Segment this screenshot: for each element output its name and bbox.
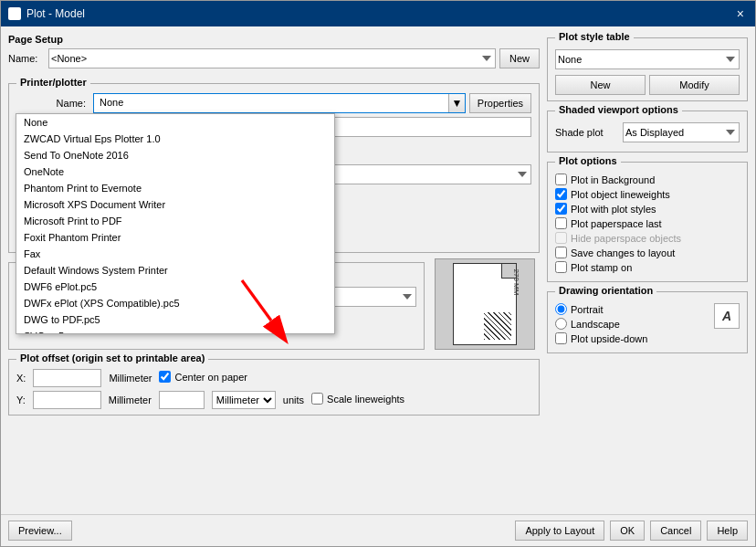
titlebar: Plot - Model ×	[1, 1, 755, 26]
apply-to-layout-button[interactable]: Apply to Layout	[515, 521, 604, 541]
page-setup-name-select[interactable]: <None>	[48, 48, 496, 68]
plot-lineweights-label: Plot object lineweights	[571, 189, 670, 200]
hide-paperspace-row: Hide paperspace objects	[555, 232, 740, 244]
preview-area: 279 MM 216 MM	[435, 258, 535, 350]
center-on-paper-checkbox[interactable]	[159, 371, 171, 383]
dropdown-item-1[interactable]: ZWCAD Virtual Eps Plotter 1.0	[16, 131, 334, 147]
units-label: units	[283, 394, 304, 405]
help-button[interactable]: Help	[707, 521, 748, 541]
plot-with-styles-checkbox[interactable]	[555, 203, 567, 215]
orientation-controls: Portrait Landscape Plot upside-down A	[555, 303, 740, 347]
plot-offset-group: Plot offset (origin set to printable are…	[8, 359, 540, 416]
preview-button[interactable]: Preview...	[8, 521, 72, 541]
plot-stamp-label: Plot stamp on	[571, 262, 632, 273]
printer-plotter-section: Printer/plotter Name: None ▼ None ZWCAD …	[8, 83, 540, 253]
main-content: Page Setup Name: <None> New Printer/plot…	[1, 26, 755, 514]
shade-plot-row: Shade plot As Displayed	[555, 122, 740, 142]
plot-offset-title: Plot offset (origin set to printable are…	[16, 352, 208, 363]
hide-paperspace-checkbox	[555, 232, 567, 244]
plot-background-row: Plot in Background	[555, 174, 740, 185]
landscape-row: Landscape	[555, 318, 647, 330]
page-setup-new-button[interactable]: New	[499, 48, 540, 68]
plot-background-label: Plot in Background	[571, 174, 655, 185]
plot-upside-down-row: Plot upside-down	[555, 332, 647, 344]
dropdown-item-5[interactable]: Microsoft XPS Document Writer	[16, 196, 334, 213]
dropdown-item-10[interactable]: DWF6 ePlot.pc5	[16, 279, 334, 295]
page-setup-section: Page Setup Name: <None> New	[8, 34, 540, 74]
dropdown-item-9[interactable]: Default Windows System Printer	[16, 262, 334, 279]
dropdown-item-13[interactable]: SVG.pc5	[16, 328, 334, 333]
y-input[interactable]: 81.449333	[33, 391, 101, 409]
y-label: Y:	[16, 394, 26, 405]
plot-paperspace-last-checkbox[interactable]	[555, 217, 567, 229]
plot-background-checkbox[interactable]	[555, 174, 567, 185]
cancel-button[interactable]: Cancel	[650, 521, 701, 541]
dropdown-scroll-list[interactable]: None ZWCAD Virtual Eps Plotter 1.0 Send …	[16, 114, 334, 333]
plot-stamp-checkbox[interactable]	[555, 261, 567, 273]
preview-area-container: 279 MM 216 MM	[430, 258, 540, 350]
save-changes-checkbox[interactable]	[555, 247, 567, 258]
dropdown-item-8[interactable]: Fax	[16, 246, 334, 262]
dropdown-item-11[interactable]: DWFx ePlot (XPS Compatible).pc5	[16, 295, 334, 311]
printer-dropdown-arrow[interactable]: ▼	[448, 94, 465, 112]
x-unit-label: Millimeter	[109, 373, 152, 384]
bottom-bar: Preview... Apply to Layout OK Cancel Hel…	[1, 514, 755, 546]
landscape-radio[interactable]	[555, 318, 567, 330]
preview-side-mm: 279 MM	[512, 269, 520, 296]
page-setup-row: Name: <None> New	[8, 48, 540, 68]
preview-top-mm: 216 MM	[457, 258, 484, 260]
center-on-paper-label: Center on paper	[174, 372, 247, 383]
portrait-radio[interactable]	[555, 303, 567, 315]
printer-name-label: Name:	[16, 98, 89, 109]
page-setup-label: Page Setup	[8, 34, 540, 45]
drawing-orientation-title: Drawing orientation	[555, 285, 656, 296]
plot-style-select[interactable]: None	[555, 49, 740, 69]
printer-dropdown-list: None ZWCAD Virtual Eps Plotter 1.0 Send …	[16, 113, 335, 334]
preview-paper: 279 MM 216 MM	[453, 263, 517, 345]
scale-lineweights-label: Scale lineweights	[327, 394, 404, 405]
window-icon	[8, 7, 21, 20]
plot-lineweights-row: Plot object lineweights	[555, 188, 740, 200]
dropdown-item-0[interactable]: None	[16, 114, 334, 131]
dropdown-item-4[interactable]: Phantom Print to Evernote	[16, 180, 334, 196]
shaded-viewport-title: Shaded viewport options	[555, 104, 682, 115]
ok-button[interactable]: OK	[610, 521, 645, 541]
portrait-row: Portrait	[555, 303, 647, 315]
save-changes-row: Save changes to layout	[555, 247, 740, 258]
dropdown-item-3[interactable]: OneNote	[16, 163, 334, 180]
preview-content	[453, 263, 517, 345]
plot-style-new-button[interactable]: New	[555, 75, 646, 95]
x-input[interactable]: 0.000000	[33, 369, 101, 387]
units-select[interactable]: Millimeter	[212, 391, 276, 409]
plot-style-table-title: Plot style table	[555, 31, 634, 42]
y-unit-label: Millimeter	[109, 394, 152, 405]
properties-button[interactable]: Properties	[469, 93, 531, 113]
printer-selected-text: None	[94, 94, 448, 112]
plot-style-modify-button[interactable]: Modify	[649, 75, 740, 95]
printer-dropdown-container: None ▼ None ZWCAD Virtual Eps Plotter 1.…	[93, 93, 466, 113]
plot-options-title: Plot options	[555, 155, 621, 166]
plot-upside-down-checkbox[interactable]	[555, 332, 567, 344]
center-on-paper-row: Center on paper	[159, 371, 247, 383]
dropdown-item-2[interactable]: Send To OneNote 2016	[16, 147, 334, 163]
printer-select-display[interactable]: None ▼	[93, 93, 466, 113]
printer-name-row: Name: None ▼ None ZWCAD Virtual Eps Plot…	[16, 93, 531, 113]
scale-value-input[interactable]: 4.899	[159, 391, 205, 409]
dropdown-item-7[interactable]: Foxit Phantom Printer	[16, 229, 334, 246]
scale-lineweights-checkbox[interactable]	[311, 393, 323, 405]
ps-name-label: Name:	[8, 53, 45, 64]
dropdown-item-6[interactable]: Microsoft Print to PDF	[16, 213, 334, 229]
close-button[interactable]: ×	[733, 6, 748, 21]
orientation-radios: Portrait Landscape Plot upside-down	[555, 303, 647, 347]
plot-stamp-row: Plot stamp on	[555, 261, 740, 273]
right-panel: Plot style table None New Modify Shaded …	[547, 34, 748, 507]
shaded-viewport-group: Shaded viewport options Shade plot As Di…	[547, 110, 748, 153]
save-changes-label: Save changes to layout	[571, 247, 675, 258]
plot-style-table-group: Plot style table None New Modify	[547, 37, 748, 101]
hide-paperspace-label: Hide paperspace objects	[571, 233, 681, 244]
shade-plot-select[interactable]: As Displayed	[623, 122, 740, 142]
plot-options-checkboxes: Plot in Background Plot object lineweigh…	[555, 174, 740, 273]
dropdown-item-12[interactable]: DWG to PDF.pc5	[16, 311, 334, 328]
plot-lineweights-checkbox[interactable]	[555, 188, 567, 200]
landscape-label: Landscape	[571, 319, 620, 330]
